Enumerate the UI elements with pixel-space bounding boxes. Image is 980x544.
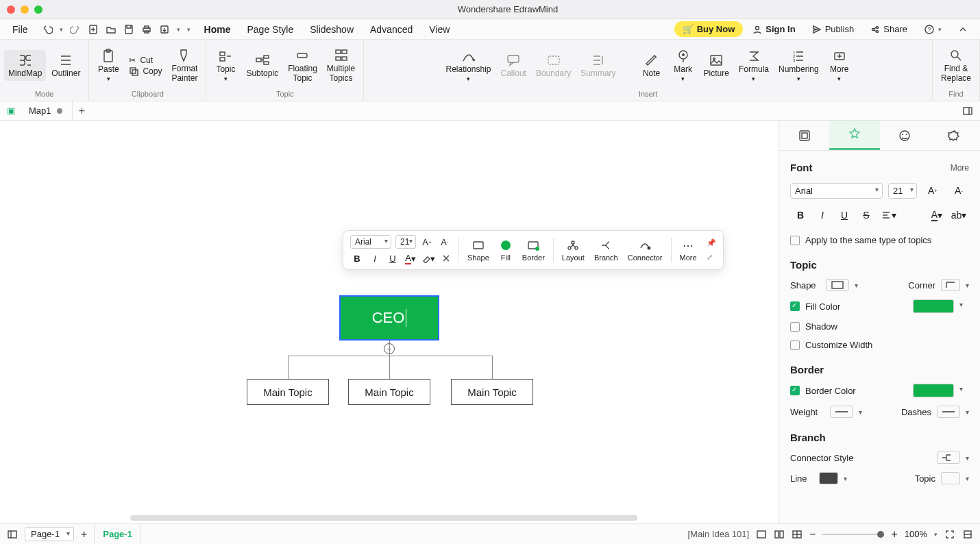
publish-button[interactable]: Publish: [805, 24, 861, 34]
tab-page-style[interactable]: Page Style: [240, 21, 300, 38]
strikethrough-button[interactable]: S: [856, 206, 877, 224]
mini-font-family-select[interactable]: Arial: [350, 235, 391, 249]
corner-dropdown-icon[interactable]: ▾: [966, 282, 969, 289]
outliner-button[interactable]: Outliner: [47, 50, 84, 81]
view-mode-1-icon[interactable]: [756, 529, 767, 540]
mini-underline-icon[interactable]: U: [386, 251, 400, 265]
connector-style-select[interactable]: [937, 452, 960, 464]
undo-dropdown-icon[interactable]: ▾: [60, 26, 63, 33]
mini-fill-button[interactable]: Fill: [496, 238, 515, 262]
page-tab[interactable]: Page-1: [94, 524, 141, 544]
fill-color-swatch[interactable]: [913, 299, 954, 313]
panel-vertical-scrollbar[interactable]: [973, 127, 979, 489]
mini-decrease-font-icon[interactable]: A-: [438, 235, 452, 249]
corner-select[interactable]: [941, 279, 960, 291]
apply-same-type-checkbox[interactable]: [790, 236, 800, 245]
note-button[interactable]: Note: [637, 50, 667, 81]
branch-topic-dropdown-icon[interactable]: ▾: [966, 475, 969, 482]
page-select[interactable]: Page-1: [25, 527, 74, 541]
copy-button[interactable]: Copy: [129, 66, 162, 76]
callout-button[interactable]: Callout: [497, 50, 530, 81]
mini-italic-icon[interactable]: I: [368, 251, 382, 265]
italic-button[interactable]: I: [812, 206, 833, 224]
find-replace-button[interactable]: Find & Replace: [937, 45, 975, 85]
topic-button[interactable]: Topic ▾: [210, 46, 241, 85]
undo-icon[interactable]: [42, 24, 53, 35]
open-file-icon[interactable]: [106, 24, 117, 35]
line-color-select[interactable]: [819, 472, 838, 484]
view-mode-2-icon[interactable]: [774, 529, 785, 540]
align-button[interactable]: ▾: [878, 206, 898, 224]
border-color-swatch[interactable]: [913, 384, 954, 397]
export-dropdown-icon[interactable]: ▾: [177, 26, 180, 33]
toggle-sidebar-icon[interactable]: [7, 529, 18, 540]
font-family-select[interactable]: Arial: [790, 183, 883, 199]
floating-topic-button[interactable]: Floating Topic: [284, 45, 321, 85]
mini-border-button[interactable]: Border: [519, 238, 548, 262]
text-case-button[interactable]: ab▾: [948, 206, 969, 224]
fit-screen-icon[interactable]: [944, 529, 955, 540]
minimize-window-icon[interactable]: [21, 5, 29, 14]
fullscreen-icon[interactable]: [962, 529, 973, 540]
connector-style-dropdown-icon[interactable]: ▾: [966, 454, 969, 462]
view-mode-3-icon[interactable]: [792, 529, 803, 540]
root-node[interactable]: CEO: [339, 295, 439, 341]
panel-tab-icons[interactable]: [880, 121, 930, 150]
insert-more-dropdown-icon[interactable]: ▾: [837, 75, 841, 82]
quick-access-more-icon[interactable]: ▾: [187, 26, 191, 33]
bold-button[interactable]: B: [790, 206, 811, 224]
buy-now-button[interactable]: 🛒 Buy Now: [674, 21, 744, 37]
fill-color-checkbox[interactable]: [790, 301, 800, 311]
shape-dropdown-icon[interactable]: ▾: [855, 282, 858, 289]
mini-more-button[interactable]: ⋯ More: [677, 239, 700, 262]
zoom-out-button[interactable]: −: [809, 528, 816, 541]
mark-dropdown-icon[interactable]: ▾: [681, 75, 685, 82]
mindmap-button[interactable]: MindMap: [4, 50, 46, 81]
font-size-select[interactable]: 21: [888, 183, 917, 199]
mini-layout-button[interactable]: Layout: [559, 238, 587, 262]
paste-button[interactable]: Paste ▾: [93, 46, 123, 85]
border-color-checkbox[interactable]: [790, 386, 800, 395]
font-color-button[interactable]: A▾: [927, 206, 947, 224]
decrease-font-button[interactable]: A-: [948, 182, 969, 199]
zoom-dropdown-icon[interactable]: ▾: [934, 531, 938, 538]
mini-clear-format-icon[interactable]: [439, 251, 453, 265]
increase-font-button[interactable]: A+: [922, 182, 943, 199]
multiple-topics-button[interactable]: Multiple Topics: [323, 45, 359, 85]
relationship-dropdown-icon[interactable]: ▾: [467, 75, 470, 82]
mini-increase-font-icon[interactable]: A+: [420, 235, 434, 249]
underline-button[interactable]: U: [834, 206, 855, 224]
export-icon[interactable]: [159, 24, 170, 35]
picture-button[interactable]: Picture: [700, 50, 733, 81]
relationship-button[interactable]: Relationship ▾: [441, 46, 495, 85]
help-button[interactable]: ? ▾: [917, 24, 948, 35]
panel-tab-settings[interactable]: [930, 121, 980, 150]
dashes-select[interactable]: [937, 406, 960, 418]
numbering-button[interactable]: 123 Numbering ▾: [774, 46, 823, 85]
save-file-icon[interactable]: [123, 24, 134, 35]
sign-in-button[interactable]: Sign In: [746, 24, 802, 34]
insert-more-button[interactable]: More ▾: [824, 46, 855, 85]
tab-advanced[interactable]: Advanced: [363, 21, 419, 38]
new-file-icon[interactable]: [88, 24, 99, 35]
zoom-in-button[interactable]: +: [891, 528, 897, 541]
boundary-button[interactable]: Boundary: [532, 50, 575, 81]
child-node-2[interactable]: Main Topic: [348, 379, 430, 405]
topic-dropdown-icon[interactable]: ▾: [224, 75, 228, 82]
tab-view[interactable]: View: [422, 21, 456, 38]
font-more-button[interactable]: More: [951, 163, 969, 173]
customize-width-checkbox[interactable]: [790, 341, 800, 350]
shadow-checkbox[interactable]: [790, 322, 800, 332]
add-page-button[interactable]: +: [81, 528, 87, 541]
weight-select[interactable]: [830, 406, 853, 418]
branch-topic-select[interactable]: [941, 472, 960, 484]
print-icon[interactable]: [141, 24, 152, 35]
mark-button[interactable]: Mark ▾: [668, 46, 698, 85]
child-node-1[interactable]: Main Topic: [247, 379, 329, 405]
panel-tab-outline[interactable]: [779, 121, 829, 150]
new-tab-button[interactable]: +: [73, 105, 92, 117]
mini-connector-button[interactable]: Connector: [625, 238, 665, 262]
cut-button[interactable]: ✂ Cut: [129, 55, 162, 65]
canvas[interactable]: Arial 21 A+ A- B I U A▾ ▾: [0, 121, 779, 523]
numbering-dropdown-icon[interactable]: ▾: [797, 75, 800, 82]
